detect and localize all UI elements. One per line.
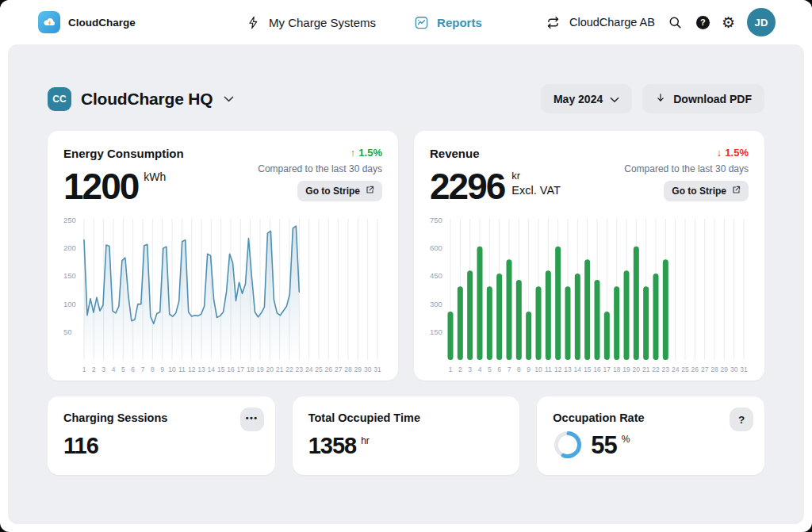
svg-text:14: 14 xyxy=(208,366,216,373)
occupation-number: 55 xyxy=(591,433,616,457)
page-background: CC CloudCharge HQ May 2024 Downl xyxy=(8,44,804,524)
energy-line-chart: 1234567891011121314151617181920212223242… xyxy=(63,214,382,381)
svg-text:25: 25 xyxy=(681,366,689,373)
card-title: Charging Sessions xyxy=(63,411,259,424)
svg-text:31: 31 xyxy=(740,366,748,373)
brand[interactable]: CloudCharge xyxy=(38,11,136,33)
report-chart-icon xyxy=(412,13,430,31)
svg-text:150: 150 xyxy=(63,271,76,280)
nav-label: Reports xyxy=(437,16,482,29)
svg-text:5: 5 xyxy=(121,366,125,373)
energy-consumption-card: Energy Consumption 1200 kWh ↑ 1.5% Compa… xyxy=(48,131,398,381)
download-pdf-button[interactable]: Download PDF xyxy=(642,84,764,113)
charging-sessions-card: Charging Sessions ••• 116 xyxy=(48,396,275,475)
go-to-stripe-button[interactable]: Go to Stripe xyxy=(664,181,749,201)
navbar-actions: CloudCharge AB ? ⚙ JD xyxy=(545,8,776,36)
svg-text:14: 14 xyxy=(574,366,582,373)
svg-text:1: 1 xyxy=(449,366,453,373)
occupation-donut-chart xyxy=(553,430,583,460)
nav-my-charge-systems[interactable]: My Charge Systems xyxy=(244,13,376,31)
revenue-card: Revenue 2296 kr Excl. VAT ↓ 1.5% xyxy=(414,131,764,381)
svg-text:12: 12 xyxy=(188,366,196,373)
svg-text:29: 29 xyxy=(721,366,729,373)
header-actions: May 2024 Download PDF xyxy=(541,84,764,113)
switch-org-icon xyxy=(545,13,562,31)
svg-text:27: 27 xyxy=(335,366,343,373)
search-icon[interactable] xyxy=(667,13,684,31)
svg-text:26: 26 xyxy=(691,366,699,373)
svg-text:1: 1 xyxy=(82,366,86,373)
brand-name: CloudCharge xyxy=(68,17,136,29)
month-label: May 2024 xyxy=(553,93,603,105)
svg-text:6: 6 xyxy=(497,366,501,373)
help-icon[interactable]: ? xyxy=(696,16,710,29)
org-switcher[interactable]: CloudCharge AB xyxy=(545,13,655,31)
nav-reports[interactable]: Reports xyxy=(412,13,482,31)
svg-text:600: 600 xyxy=(430,243,442,252)
svg-text:30: 30 xyxy=(730,366,738,373)
svg-text:20: 20 xyxy=(633,366,641,373)
svg-text:20: 20 xyxy=(266,366,274,373)
svg-text:19: 19 xyxy=(256,366,264,373)
svg-text:23: 23 xyxy=(662,366,670,373)
svg-text:3: 3 xyxy=(468,366,472,373)
avatar[interactable]: JD xyxy=(747,8,776,36)
svg-text:23: 23 xyxy=(296,366,304,373)
revenue-bar-chart: 1234567891011121314151617181920212223242… xyxy=(430,214,749,381)
occupied-unit: hr xyxy=(361,435,370,446)
svg-text:4: 4 xyxy=(112,366,116,373)
svg-text:450: 450 xyxy=(430,271,442,280)
svg-text:26: 26 xyxy=(325,366,333,373)
chevron-down-icon[interactable] xyxy=(224,96,234,102)
svg-text:150: 150 xyxy=(430,327,442,336)
svg-text:2: 2 xyxy=(458,366,462,373)
delta-badge: ↑ 1.5% xyxy=(350,147,382,159)
svg-text:21: 21 xyxy=(276,366,284,373)
svg-text:28: 28 xyxy=(710,366,718,373)
svg-text:7: 7 xyxy=(508,366,511,373)
card-title: Occupation Rate xyxy=(553,411,749,424)
svg-text:16: 16 xyxy=(593,366,601,373)
svg-text:19: 19 xyxy=(622,366,630,373)
svg-text:5: 5 xyxy=(488,366,492,373)
svg-text:4: 4 xyxy=(478,366,482,373)
page-header: CC CloudCharge HQ May 2024 Downl xyxy=(48,84,764,113)
chevron-down-icon xyxy=(610,93,619,105)
svg-text:15: 15 xyxy=(584,366,592,373)
download-label: Download PDF xyxy=(673,93,752,105)
more-options-button[interactable]: ••• xyxy=(240,408,264,431)
svg-text:16: 16 xyxy=(227,366,235,373)
site-selector[interactable]: CC CloudCharge HQ xyxy=(48,87,234,111)
month-selector-button[interactable]: May 2024 xyxy=(541,84,632,113)
svg-text:12: 12 xyxy=(554,366,562,373)
svg-text:11: 11 xyxy=(545,366,552,373)
lightning-icon xyxy=(244,13,262,31)
svg-text:9: 9 xyxy=(527,366,530,373)
svg-text:100: 100 xyxy=(63,300,76,308)
svg-text:18: 18 xyxy=(247,366,255,373)
svg-text:27: 27 xyxy=(701,366,709,373)
external-link-icon xyxy=(366,186,374,197)
top-navbar: CloudCharge My Charge Systems Reports xyxy=(0,0,812,44)
svg-text:30: 30 xyxy=(364,366,372,373)
svg-text:29: 29 xyxy=(354,366,362,373)
svg-text:31: 31 xyxy=(373,366,381,373)
site-title: CloudCharge HQ xyxy=(81,90,213,109)
cloudcharge-logo-icon xyxy=(38,11,60,33)
org-name: CloudCharge AB xyxy=(569,16,655,29)
svg-text:25: 25 xyxy=(315,366,323,373)
svg-text:10: 10 xyxy=(168,366,176,373)
svg-text:2: 2 xyxy=(92,366,96,373)
help-button[interactable]: ? xyxy=(730,408,753,431)
svg-text:8: 8 xyxy=(151,366,155,373)
svg-text:24: 24 xyxy=(672,366,680,373)
ellipsis-icon: ••• xyxy=(246,414,259,423)
svg-text:50: 50 xyxy=(63,327,72,336)
sessions-number: 116 xyxy=(63,434,98,457)
go-to-stripe-button[interactable]: Go to Stripe xyxy=(297,181,382,201)
compare-text: Compared to the last 30 days xyxy=(624,163,749,174)
gear-icon[interactable]: ⚙ xyxy=(722,15,735,30)
occupation-rate-card: Occupation Rate ? 55 % xyxy=(537,396,764,475)
svg-text:21: 21 xyxy=(642,366,650,373)
svg-text:9: 9 xyxy=(160,366,164,373)
